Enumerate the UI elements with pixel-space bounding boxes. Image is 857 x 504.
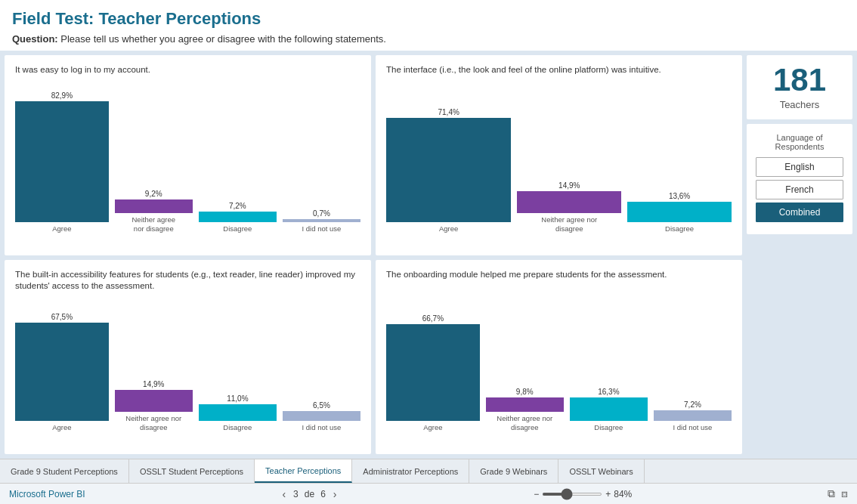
powerbi-link[interactable]: Microsoft Power BI bbox=[9, 489, 85, 499]
question-body: Please tell us whether you agree or disa… bbox=[60, 33, 386, 45]
bar-pct-label: 9,2% bbox=[145, 190, 162, 198]
language-combined-button[interactable]: Combined bbox=[756, 203, 843, 222]
bar-disagree bbox=[199, 212, 277, 222]
bar-pct-label: 0,7% bbox=[313, 209, 330, 218]
bar-disagree bbox=[627, 202, 732, 222]
tab-teacher[interactable]: Teacher Perceptions bbox=[255, 459, 352, 483]
bar-pct-label: 7,2% bbox=[684, 400, 701, 409]
language-english-button[interactable]: English bbox=[756, 157, 843, 177]
page-separator: de bbox=[305, 489, 314, 499]
bar-pct-label: 6,5% bbox=[313, 401, 330, 410]
sidebar: 181 Teachers Language of Respondents Eng… bbox=[747, 55, 852, 454]
bar-group: 6,5% I did not use bbox=[283, 401, 360, 431]
bar-disagree bbox=[570, 397, 648, 421]
charts-row-1: It was easy to log in to my account. 82,… bbox=[5, 55, 742, 255]
tab-osslt-student[interactable]: OSSLT Student Perceptions bbox=[129, 459, 255, 483]
bar-group: 82,9% Agree bbox=[15, 91, 109, 233]
bar-neither bbox=[517, 191, 621, 213]
content-area: It was easy to log in to my account. 82,… bbox=[0, 51, 857, 459]
bar-pct-label: 71,4% bbox=[438, 108, 459, 116]
bar-notuse bbox=[283, 411, 360, 421]
bar-bottom-label: Disagree bbox=[665, 224, 694, 233]
bar-group: 14,9% Neither agree nordisagree bbox=[115, 380, 193, 431]
bar-bottom-label: Neither agree nordisagree bbox=[497, 414, 552, 431]
bar-group: 7,2% I did not use bbox=[654, 400, 732, 431]
bar-bottom-label: Neither agree nordisagree bbox=[541, 215, 597, 233]
teacher-label: Teachers bbox=[756, 99, 843, 110]
share-icon[interactable]: ⧉ bbox=[828, 487, 835, 500]
chart-accessibility: The built-in accessibility features for … bbox=[5, 260, 371, 454]
bar-bottom-label: Neither agreenor disagree bbox=[131, 215, 175, 233]
bar-pct-label: 82,9% bbox=[51, 91, 73, 100]
bar-disagree bbox=[199, 404, 277, 421]
footer-icons: ⧉ ⧈ bbox=[828, 487, 848, 500]
tab-grade9-student[interactable]: Grade 9 Student Perceptions bbox=[0, 459, 129, 483]
charts-area: It was easy to log in to my account. 82,… bbox=[5, 55, 742, 454]
bar-pct-label: 14,9% bbox=[558, 181, 580, 190]
bar-pct-label: 66,7% bbox=[422, 314, 444, 323]
bar-neither bbox=[486, 397, 564, 412]
bar-neither bbox=[115, 390, 193, 412]
bar-pct-label: 7,2% bbox=[229, 202, 246, 210]
bar-bottom-label: I did not use bbox=[302, 224, 342, 233]
stat-card: 181 Teachers bbox=[747, 55, 852, 119]
language-french-button[interactable]: French bbox=[756, 180, 843, 199]
chart-onboarding-bars: 66,7% Agree 9,8% Neither agree nordisagr… bbox=[386, 296, 732, 448]
bar-agree bbox=[15, 101, 109, 222]
zoom-level: 84% bbox=[614, 489, 632, 499]
chart-interface: The interface (i.e., the look and feel o… bbox=[376, 55, 742, 255]
language-card: Language of Respondents English French C… bbox=[747, 124, 852, 234]
bar-pct-label: 11,0% bbox=[227, 394, 248, 403]
zoom-minus[interactable]: − bbox=[534, 489, 539, 499]
bar-pct-label: 13,6% bbox=[669, 192, 690, 200]
chart-onboarding: The onboarding module helped me prepare … bbox=[376, 260, 742, 454]
footer-nav: ‹ 3 de 6 › bbox=[280, 488, 338, 500]
bar-bottom-label: Agree bbox=[439, 224, 458, 233]
teacher-count: 181 bbox=[756, 64, 843, 96]
bar-agree bbox=[386, 118, 511, 222]
fullscreen-icon[interactable]: ⧈ bbox=[841, 487, 848, 500]
bar-pct-label: 9,8% bbox=[516, 388, 534, 396]
bar-group: 0,7% I did not use bbox=[283, 209, 360, 233]
main-container: Field Test: Teacher Perceptions Question… bbox=[0, 0, 857, 504]
bar-notuse bbox=[654, 410, 732, 421]
chart-login-title: It was easy to log in to my account. bbox=[15, 64, 360, 85]
chart-interface-title: The interface (i.e., the look and feel o… bbox=[386, 64, 732, 85]
language-title: Language of Respondents bbox=[756, 133, 843, 151]
bar-bottom-label: Disagree bbox=[223, 224, 252, 233]
prev-page-button[interactable]: ‹ bbox=[280, 488, 287, 500]
tab-administrator[interactable]: Administrator Perceptions bbox=[352, 459, 469, 483]
bar-bottom-label: I did not use bbox=[673, 423, 713, 431]
bar-group: 14,9% Neither agree nordisagree bbox=[517, 181, 621, 233]
bar-group: 66,7% Agree bbox=[386, 314, 480, 431]
bar-group: 16,3% Disagree bbox=[570, 388, 648, 431]
bar-bottom-label: Agree bbox=[52, 224, 71, 233]
bar-agree bbox=[15, 323, 109, 421]
bar-bottom-label: Disagree bbox=[594, 423, 623, 431]
question-text: Question: Please tell us whether you agr… bbox=[12, 33, 845, 45]
footer-zoom: − + 84% bbox=[534, 489, 632, 499]
zoom-plus[interactable]: + bbox=[605, 489, 611, 499]
tab-osslt-webinars[interactable]: OSSLT Webinars bbox=[558, 459, 644, 483]
chart-login: It was easy to log in to my account. 82,… bbox=[5, 55, 371, 255]
bar-bottom-label: Disagree bbox=[223, 423, 252, 431]
bar-group: 7,2% Disagree bbox=[199, 202, 277, 233]
chart-onboarding-title: The onboarding module helped me prepare … bbox=[386, 269, 732, 290]
bar-pct-label: 14,9% bbox=[143, 380, 164, 388]
bar-group: 9,2% Neither agreenor disagree bbox=[115, 190, 193, 233]
bar-bottom-label: I did not use bbox=[302, 423, 342, 431]
tab-grade9-webinars[interactable]: Grade 9 Webinars bbox=[469, 459, 558, 483]
bar-notuse bbox=[283, 219, 360, 222]
chart-login-bars: 82,9% Agree 9,2% Neither agreenor disagr… bbox=[15, 91, 360, 249]
bar-bottom-label: Neither agree nordisagree bbox=[125, 414, 181, 431]
bar-neither bbox=[115, 199, 193, 213]
chart-interface-bars: 71,4% Agree 14,9% Neither agree nordisag… bbox=[386, 91, 732, 249]
zoom-slider[interactable] bbox=[542, 493, 602, 496]
bar-pct-label: 16,3% bbox=[598, 388, 619, 396]
next-page-button[interactable]: › bbox=[332, 488, 339, 500]
chart-accessibility-title: The built-in accessibility features for … bbox=[15, 269, 360, 292]
header: Field Test: Teacher Perceptions Question… bbox=[0, 0, 857, 51]
question-label: Question: bbox=[12, 33, 58, 45]
bar-group: 9,8% Neither agree nordisagree bbox=[486, 388, 564, 431]
bottom-tabs: Grade 9 Student Perceptions OSSLT Studen… bbox=[0, 459, 857, 483]
